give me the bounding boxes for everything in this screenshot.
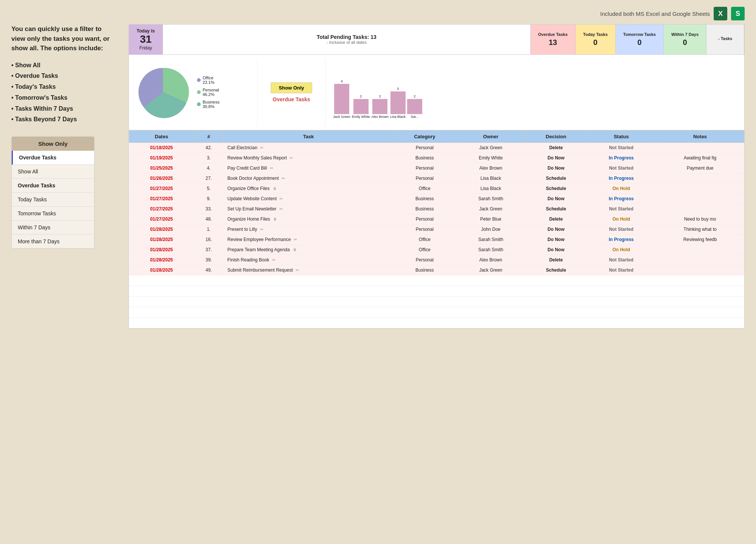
cell-owner: Lisa Black bbox=[456, 173, 525, 183]
cell-date: 01/27/2025 bbox=[129, 183, 194, 193]
bar-jack-value: 4 bbox=[341, 79, 343, 83]
cell-num: 37. bbox=[194, 244, 224, 255]
col-dates: Dates bbox=[129, 130, 194, 142]
table-empty-row bbox=[129, 317, 744, 328]
bar-jack-label: Jack Green bbox=[333, 115, 350, 119]
table-empty-row bbox=[129, 296, 744, 307]
filter-item-overdue[interactable]: Overdue Tasks bbox=[12, 179, 94, 193]
cell-num: 49. bbox=[194, 265, 224, 275]
cell-notes bbox=[656, 204, 744, 214]
filter-item-within7[interactable]: Within 7 Days bbox=[12, 221, 94, 235]
bar-emily-label: Emily White bbox=[352, 115, 370, 119]
stat-overdue: Overdue Tasks 13 bbox=[531, 25, 576, 54]
cell-decision: Schedule bbox=[525, 204, 586, 214]
pie-label-personal: Personal46.2% bbox=[197, 88, 220, 97]
stat-within7: Within 7 Days 0 bbox=[664, 25, 706, 54]
stat-boxes: Overdue Tasks 13 Today Tasks 0 Tomorrow … bbox=[531, 25, 745, 54]
bar-lisa: 3 Lisa Black bbox=[390, 87, 406, 119]
cell-num: 39. bbox=[194, 255, 224, 265]
cell-status: On Hold bbox=[586, 183, 656, 193]
cell-owner: Jack Green bbox=[456, 204, 525, 214]
filter-item-tomorrow[interactable]: Tomorrow Tasks bbox=[12, 207, 94, 221]
bar-alex-bar bbox=[372, 99, 387, 114]
cell-num: 1. bbox=[194, 224, 224, 234]
cell-notes: Payment due bbox=[656, 163, 744, 173]
cell-task: Submit Reimbursement Request ✂ bbox=[223, 265, 393, 275]
cell-decision: Do Now bbox=[525, 244, 586, 255]
filter-item-morethan7[interactable]: More than 7 Days bbox=[12, 235, 94, 248]
bar-sar: 2 Sar... bbox=[407, 94, 422, 119]
cell-status: In Progress bbox=[586, 173, 656, 183]
cell-decision: Delete bbox=[525, 142, 586, 153]
stat-overdue-value: 13 bbox=[548, 38, 557, 47]
left-panel: You can quickly use a filter to view onl… bbox=[11, 24, 117, 329]
cell-decision: Do Now bbox=[525, 163, 586, 173]
cell-date: 01/26/2025 bbox=[129, 173, 194, 183]
cell-task: Update Website Content ✂ bbox=[223, 193, 393, 204]
table-row: 01/27/2025 5. Organize Office Files ⏸ Of… bbox=[129, 183, 744, 193]
cell-num: 3. bbox=[194, 153, 224, 163]
cell-status: Not Started bbox=[586, 163, 656, 173]
cell-task: Book Doctor Appointment ✂ bbox=[223, 173, 393, 183]
bar-lisa-bar bbox=[390, 91, 406, 114]
cell-status: In Progress bbox=[586, 234, 656, 244]
table-row: 01/28/2025 49. Submit Reimbursement Requ… bbox=[129, 265, 744, 275]
stat-within7-label: Within 7 Days bbox=[671, 32, 699, 37]
filter-header: Show Only bbox=[12, 137, 94, 151]
intro-item-3: Today's Tasks bbox=[11, 82, 117, 93]
cell-num: 27. bbox=[194, 173, 224, 183]
show-only-label: Overdue Tasks bbox=[273, 96, 310, 102]
cell-notes bbox=[656, 142, 744, 153]
cell-category: Personal bbox=[393, 214, 456, 224]
summary-bar: Today is 31 Friday Total Pending Tasks: … bbox=[129, 25, 744, 55]
cell-date: 01/19/2025 bbox=[129, 153, 194, 163]
today-label: Today is bbox=[137, 28, 155, 34]
main-layout: You can quickly use a filter to view onl… bbox=[0, 24, 756, 329]
cell-category: Office bbox=[393, 234, 456, 244]
cell-decision: Do Now bbox=[525, 193, 586, 204]
table-empty-row bbox=[129, 275, 744, 286]
stat-dash-label: - Tasks bbox=[718, 36, 732, 41]
bar-sar-bar bbox=[407, 99, 422, 114]
cell-num: 5. bbox=[194, 183, 224, 193]
show-only-button[interactable]: Show Only bbox=[271, 82, 312, 93]
cell-notes: Need to buy mo bbox=[656, 214, 744, 224]
cell-task: Pay Credit Card Bill ✂ bbox=[223, 163, 393, 173]
pie-label-office: Office23.1% bbox=[197, 76, 220, 85]
intro-item-4: Tomorrow's Tasks bbox=[11, 93, 117, 104]
cell-task: Organize Office Files ⏸ bbox=[223, 183, 393, 193]
cell-num: 9. bbox=[194, 193, 224, 204]
pie-labels: Office23.1% Personal46.2% Business30.8% bbox=[197, 76, 220, 109]
cell-task: Prepare Team Meeting Agenda ⏸ bbox=[223, 244, 393, 255]
cell-date: 01/27/2025 bbox=[129, 193, 194, 204]
table-row: 01/28/2025 1. Present to Lilly ✂ Persona… bbox=[129, 224, 744, 234]
col-num: # bbox=[194, 130, 224, 142]
right-panel: Today is 31 Friday Total Pending Tasks: … bbox=[129, 24, 745, 329]
cell-category: Personal bbox=[393, 173, 456, 183]
cell-category: Personal bbox=[393, 163, 456, 173]
col-owner: Owner bbox=[456, 130, 525, 142]
stat-overdue-label: Overdue Tasks bbox=[538, 32, 568, 37]
cell-status: Not Started bbox=[586, 224, 656, 234]
cell-category: Business bbox=[393, 193, 456, 204]
table-row: 01/28/2025 37. Prepare Team Meeting Agen… bbox=[129, 244, 744, 255]
cell-num: 42. bbox=[194, 142, 224, 153]
filter-item-overdue-active[interactable]: Overdue Tasks bbox=[12, 151, 94, 165]
table-empty-row bbox=[129, 286, 744, 296]
table-row: 01/26/2025 27. Book Doctor Appointment ✂… bbox=[129, 173, 744, 183]
cell-notes: Reviewing feedb bbox=[656, 234, 744, 244]
task-table: Dates # Task Category Owner Decision Sta… bbox=[129, 130, 744, 328]
stat-within7-value: 0 bbox=[683, 38, 687, 47]
stat-today-value: 0 bbox=[593, 38, 598, 47]
show-only-area: Show Only Overdue Tasks bbox=[257, 59, 325, 126]
table-row: 01/28/2025 39. Finish Reading Book ✂ Per… bbox=[129, 255, 744, 265]
intro-list: Show All Overdue Tasks Today's Tasks Tom… bbox=[11, 60, 117, 125]
filter-item-show-all[interactable]: Show All bbox=[12, 165, 94, 179]
filter-item-today[interactable]: Today Tasks bbox=[12, 193, 94, 207]
cell-owner: John Doe bbox=[456, 224, 525, 234]
cell-num: 48. bbox=[194, 214, 224, 224]
stat-tomorrow-label: Tomorrow Tasks bbox=[623, 32, 656, 37]
cell-num: 4. bbox=[194, 163, 224, 173]
cell-notes bbox=[656, 193, 744, 204]
stat-dash: - Tasks bbox=[706, 25, 744, 54]
